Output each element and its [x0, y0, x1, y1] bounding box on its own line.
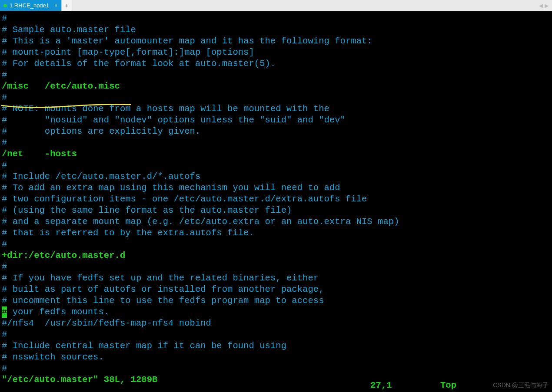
file-line: # [2, 13, 550, 24]
status-dot-icon [3, 4, 7, 7]
close-icon[interactable]: × [54, 2, 58, 9]
vim-status-left: "/etc/auto.master" 38L, 1289B [2, 374, 550, 385]
file-line: # [2, 329, 550, 340]
file-line: # mount-point [map-type[,format]:]map [o… [2, 47, 550, 58]
file-line: # (using the same line format as the aut… [2, 205, 550, 216]
file-line: # "nosuid" and "nodev" options unless th… [2, 115, 550, 126]
cursor-position: 27,1 [370, 380, 392, 390]
file-line: # Sample auto.master file [2, 24, 550, 36]
file-line: # Include central master map if it can b… [2, 340, 550, 352]
tab-label: 1 RHCE_node1 [10, 2, 49, 9]
file-content: # # Sample auto.master file # This is a … [0, 11, 552, 385]
file-line-rest: your fedfs mounts. [7, 307, 109, 317]
watermark: CSDN @三毛与海子 [493, 382, 549, 389]
file-line: # [2, 137, 550, 148]
file-line: # If you have fedfs set up and the relat… [2, 273, 550, 284]
file-line: # To add an extra map using this mechani… [2, 182, 550, 194]
file-line: # [2, 261, 550, 273]
file-line: # uncomment this line to use the fedfs p… [2, 295, 550, 306]
file-line: # two configuration items - one /etc/aut… [2, 194, 550, 205]
file-line: # [2, 160, 550, 171]
file-line: # For details of the format look at auto… [2, 58, 550, 69]
nav-left-icon[interactable]: ◀ [539, 3, 543, 9]
file-line: # that is referred to by the extra.autof… [2, 227, 550, 239]
file-line: # [2, 69, 550, 81]
file-line-dir: +dir:/etc/auto.master.d [2, 250, 550, 261]
file-line: #/nfs4 /usr/sbin/fedfs-map-nfs4 nobind [2, 318, 550, 329]
file-line: # [2, 92, 550, 103]
file-line-net: /net -hosts [2, 148, 550, 160]
new-tab-button[interactable]: + [62, 0, 72, 11]
file-line: # [2, 239, 550, 250]
tab-rhce-node1[interactable]: 1 RHCE_node1 × [0, 0, 62, 11]
scroll-position: Top [440, 380, 456, 390]
file-line: # and a separate mount map (e.g. /etc/au… [2, 216, 550, 227]
plus-icon: + [65, 2, 69, 9]
file-line-cursor: # your fedfs mounts. [2, 306, 550, 318]
file-line: # nsswitch sources. [2, 352, 550, 363]
file-line-misc: /misc /etc/auto.misc [2, 81, 550, 92]
file-line: # options are explicitly given. [2, 126, 550, 137]
watermark-text: CSDN @三毛与海子 [493, 382, 549, 389]
nav-right-icon[interactable]: ▶ [545, 3, 549, 9]
cursor-icon: # [2, 306, 7, 318]
file-line: # built as part of autofs or installed f… [2, 284, 550, 295]
tab-bar: 1 RHCE_node1 × + ◀ ▶ [0, 0, 552, 11]
file-line: # [2, 363, 550, 374]
tab-nav: ◀ ▶ [539, 0, 552, 11]
terminal-area[interactable]: # # Sample auto.master file # This is a … [0, 11, 552, 392]
file-line: # NOTE: mounts done from a hosts map wil… [2, 103, 550, 115]
vim-status-right: 27,1 Top [370, 380, 456, 390]
file-line: # This is a 'master' automounter map and… [2, 36, 550, 47]
file-line: # Include /etc/auto.master.d/*.autofs [2, 171, 550, 182]
